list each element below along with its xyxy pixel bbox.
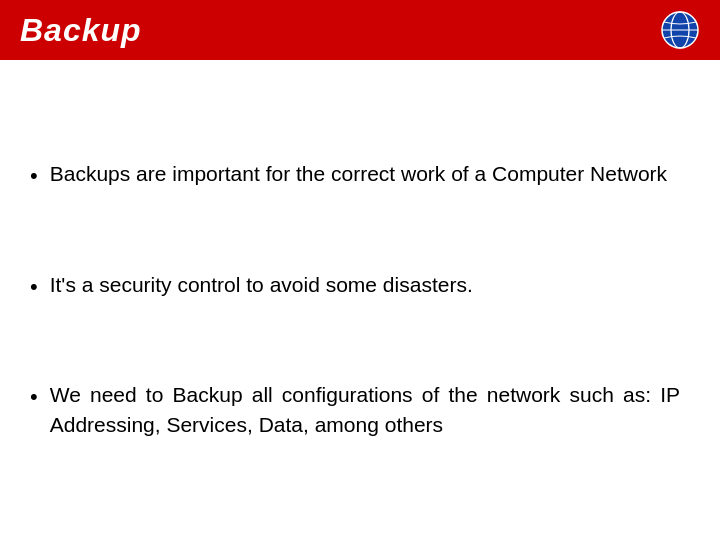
bullet-dot-2: •: [30, 272, 38, 303]
globe-icon: [660, 10, 700, 50]
bullet-text-2: It's a security control to avoid some di…: [50, 270, 473, 300]
bullet-item-3: • We need to Backup all configurations o…: [30, 372, 680, 449]
bullet-text-3: We need to Backup all configurations of …: [50, 380, 680, 441]
bullet-item-2: • It's a security control to avoid some …: [30, 262, 680, 311]
bullet-dot-3: •: [30, 382, 38, 413]
content-area: • Backups are important for the correct …: [0, 60, 720, 540]
bullet-dot-1: •: [30, 161, 38, 192]
bullet-item-1: • Backups are important for the correct …: [30, 151, 680, 200]
bullet-text-1: Backups are important for the correct wo…: [50, 159, 667, 189]
header-bar: Backup: [0, 0, 720, 60]
slide-title: Backup: [20, 12, 142, 49]
slide: Backup • Backups are important for the c…: [0, 0, 720, 540]
